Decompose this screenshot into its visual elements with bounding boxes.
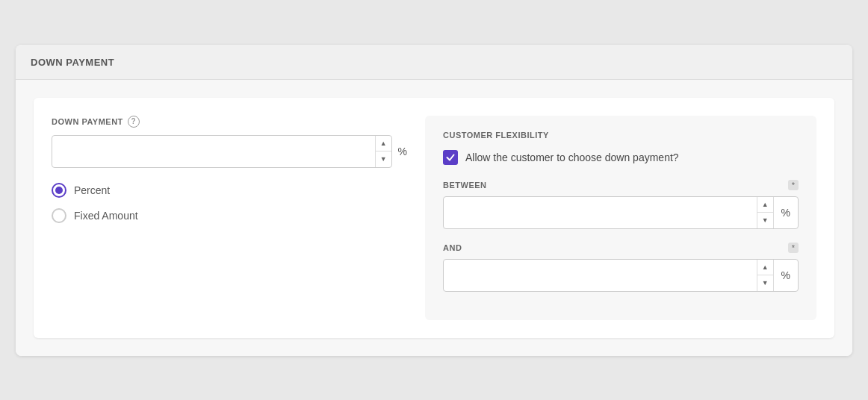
card-header-title: DOWN PAYMENT: [31, 57, 114, 68]
between-unit: %: [773, 197, 798, 228]
down-payment-input-wrapper: 10 ▲ ▼: [52, 135, 392, 168]
between-decrement[interactable]: ▼: [757, 213, 773, 228]
and-required-star: *: [788, 243, 799, 253]
between-spinner[interactable]: ▲ ▼: [757, 197, 773, 228]
and-spinner-unit: ▲ ▼ %: [757, 260, 798, 291]
and-label: AND: [443, 243, 462, 252]
radio-fixed-amount[interactable]: Fixed Amount: [52, 208, 407, 223]
between-input-wrapper: 10 ▲ ▼ %: [443, 196, 799, 229]
and-spinner[interactable]: ▲ ▼: [757, 260, 773, 291]
allow-customer-label: Allow the customer to choose down paymen…: [465, 151, 679, 163]
and-field-header: AND *: [443, 243, 799, 253]
down-payment-input-row: 10 ▲ ▼ %: [52, 135, 407, 168]
radio-percent[interactable]: Percent: [52, 183, 407, 198]
card-header: DOWN PAYMENT: [16, 45, 852, 80]
and-increment[interactable]: ▲: [757, 260, 773, 276]
checkmark-icon: [446, 153, 455, 162]
customer-flexibility-title: CUSTOMER FLEXIBILITY: [443, 131, 799, 140]
down-payment-input[interactable]: 10: [52, 137, 375, 165]
radio-percent-label: Percent: [74, 184, 110, 196]
down-payment-unit: %: [398, 146, 407, 157]
and-input-wrapper: 50 ▲ ▼ %: [443, 259, 799, 292]
between-field-row: BETWEEN * 10 ▲ ▼ %: [443, 180, 799, 229]
between-label: BETWEEN: [443, 181, 487, 190]
down-payment-field-label: DOWN PAYMENT ?: [52, 116, 407, 128]
down-payment-card: DOWN PAYMENT DOWN PAYMENT ? 10 ▲ ▼: [16, 45, 852, 356]
and-field-row: AND * 50 ▲ ▼ %: [443, 243, 799, 292]
down-payment-decrement[interactable]: ▼: [376, 151, 391, 167]
left-panel: DOWN PAYMENT ? 10 ▲ ▼ %: [52, 116, 407, 320]
radio-fixed-label: Fixed Amount: [74, 210, 138, 222]
between-input[interactable]: 10: [444, 199, 757, 226]
between-required-star: *: [788, 180, 799, 190]
down-payment-spinner[interactable]: ▲ ▼: [375, 136, 391, 167]
allow-customer-checkbox-row: Allow the customer to choose down paymen…: [443, 150, 799, 165]
and-unit: %: [773, 260, 798, 291]
between-field-header: BETWEEN *: [443, 180, 799, 190]
between-increment[interactable]: ▲: [757, 197, 773, 213]
card-body: DOWN PAYMENT ? 10 ▲ ▼ %: [16, 80, 852, 356]
help-icon[interactable]: ?: [128, 116, 140, 128]
down-payment-increment[interactable]: ▲: [376, 136, 391, 152]
radio-percent-circle[interactable]: [52, 183, 66, 198]
allow-customer-checkbox[interactable]: [443, 150, 458, 165]
and-input[interactable]: 50: [444, 261, 757, 289]
payment-type-radio-group: Percent Fixed Amount: [52, 183, 407, 223]
inner-card: DOWN PAYMENT ? 10 ▲ ▼ %: [34, 98, 834, 338]
and-decrement[interactable]: ▼: [757, 275, 773, 291]
radio-fixed-circle[interactable]: [52, 208, 66, 223]
right-panel: CUSTOMER FLEXIBILITY Allow the customer …: [425, 116, 816, 320]
between-spinner-unit: ▲ ▼ %: [757, 197, 798, 228]
